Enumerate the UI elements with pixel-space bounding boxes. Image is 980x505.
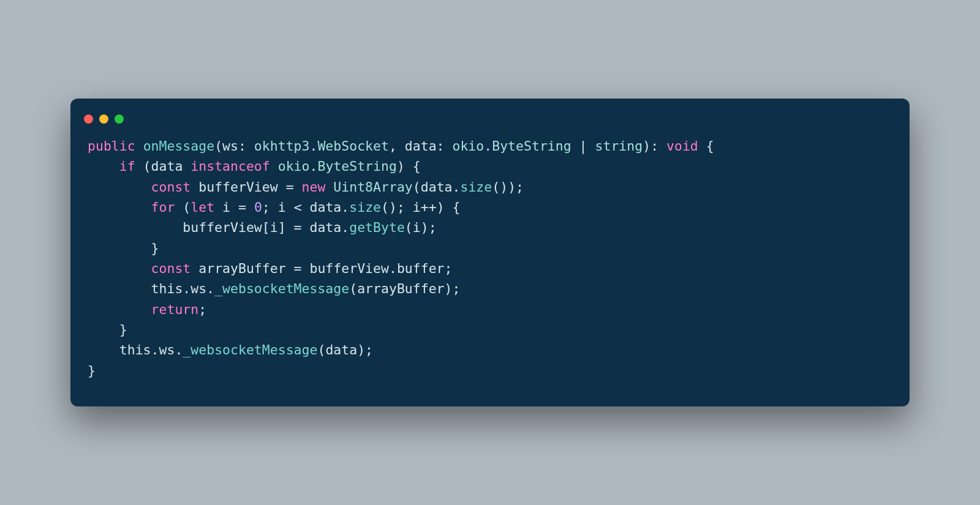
code-block[interactable]: public onMessage(ws: okhttp3.WebSocket, … <box>70 136 910 381</box>
code-token: data <box>309 220 341 235</box>
code-token: data <box>325 342 357 357</box>
code-token: this <box>119 342 151 357</box>
code-token <box>190 261 198 276</box>
code-line: for (let i = 0; i < data.size(); i++) { <box>88 200 461 215</box>
code-token: [ <box>262 220 270 235</box>
code-token <box>214 200 222 215</box>
code-token <box>88 220 183 235</box>
code-token: ] = <box>278 220 310 235</box>
code-token: ws <box>190 281 206 296</box>
code-token: ( <box>135 159 151 174</box>
code-token <box>270 159 278 174</box>
code-token: ) { <box>397 159 421 174</box>
code-token: i <box>413 220 421 235</box>
code-token: i <box>270 220 278 235</box>
code-token: this <box>151 281 183 296</box>
code-token: i <box>413 200 421 215</box>
code-line: const arrayBuffer = bufferView.buffer; <box>88 261 453 276</box>
code-token <box>135 138 143 154</box>
code-token <box>325 179 333 195</box>
code-token: data <box>421 179 453 195</box>
code-token: buffer <box>397 261 445 276</box>
code-line: return; <box>88 302 206 317</box>
code-token <box>88 159 119 174</box>
code-token: . <box>183 281 190 296</box>
code-token: ( <box>349 281 357 296</box>
code-token: 0 <box>254 200 262 215</box>
code-token: ( <box>413 179 421 195</box>
code-token: . <box>389 261 397 276</box>
code-token: ); <box>445 281 461 296</box>
code-token: ws <box>159 342 175 357</box>
code-token: ; <box>198 302 206 317</box>
code-token: . <box>309 159 317 174</box>
minimize-icon[interactable] <box>99 114 108 124</box>
code-token: i <box>278 200 286 215</box>
code-token: ( <box>405 220 413 235</box>
code-token: ByteString <box>317 159 396 174</box>
code-token <box>88 302 151 317</box>
code-token: . <box>151 342 159 357</box>
code-line: const bufferView = new Uint8Array(data.s… <box>88 179 524 195</box>
code-token: bufferView <box>198 179 277 195</box>
code-token: _websocketMessage <box>183 342 317 357</box>
code-token: public <box>88 138 135 154</box>
code-token: } <box>88 363 96 378</box>
close-icon[interactable] <box>84 114 93 124</box>
code-token <box>88 200 151 215</box>
code-token <box>88 179 151 195</box>
code-token: getByte <box>349 220 405 235</box>
code-token: ( <box>175 200 190 215</box>
code-token: } <box>88 322 127 337</box>
window-titlebar <box>70 112 910 136</box>
code-token: bufferView <box>183 220 262 235</box>
code-token: arrayBuffer <box>357 281 444 296</box>
code-token: okio <box>452 138 484 154</box>
code-line: } <box>88 322 127 337</box>
code-token: okio <box>278 159 310 174</box>
code-token <box>183 159 190 174</box>
code-token: return <box>151 302 199 317</box>
code-token: size <box>460 179 492 195</box>
code-token: ++) { <box>421 200 461 215</box>
code-token <box>88 261 151 276</box>
code-token: { <box>698 138 714 154</box>
code-token: bufferView <box>309 261 388 276</box>
code-token: ( <box>214 138 222 154</box>
code-token: instanceof <box>190 159 270 174</box>
code-line: } <box>88 241 159 256</box>
code-token: } <box>88 241 159 256</box>
code-token: . <box>175 342 183 357</box>
code-token <box>190 179 198 195</box>
code-line: this.ws._websocketMessage(data); <box>88 342 373 357</box>
code-token: data <box>405 138 437 154</box>
code-token: . <box>341 200 349 215</box>
code-token: = <box>286 261 310 276</box>
code-token: . <box>206 281 214 296</box>
code-token <box>88 342 119 357</box>
code-token: onMessage <box>143 138 215 154</box>
code-token: | <box>571 138 595 154</box>
code-token: , <box>389 138 405 154</box>
maximize-icon[interactable] <box>115 114 124 124</box>
code-line: } <box>88 363 96 378</box>
code-token: : <box>238 138 254 154</box>
code-token: ( <box>317 342 325 357</box>
code-token: void <box>666 138 698 154</box>
code-line: bufferView[i] = data.getByte(i); <box>88 220 437 235</box>
code-token: new <box>302 179 326 195</box>
code-token: . <box>309 138 317 154</box>
code-token: ; <box>262 200 278 215</box>
code-token: = <box>278 179 302 195</box>
code-token: ); <box>421 220 437 235</box>
code-token <box>88 281 151 296</box>
code-token: ()); <box>492 179 524 195</box>
code-token: string <box>595 138 643 154</box>
code-token: let <box>190 200 214 215</box>
code-token: arrayBuffer <box>198 261 285 276</box>
code-token: Uint8Array <box>333 179 412 195</box>
code-line: if (data instanceof okio.ByteString) { <box>88 159 421 174</box>
code-window: public onMessage(ws: okhttp3.WebSocket, … <box>70 99 910 406</box>
code-token: < <box>286 200 310 215</box>
code-token: size <box>349 200 381 215</box>
